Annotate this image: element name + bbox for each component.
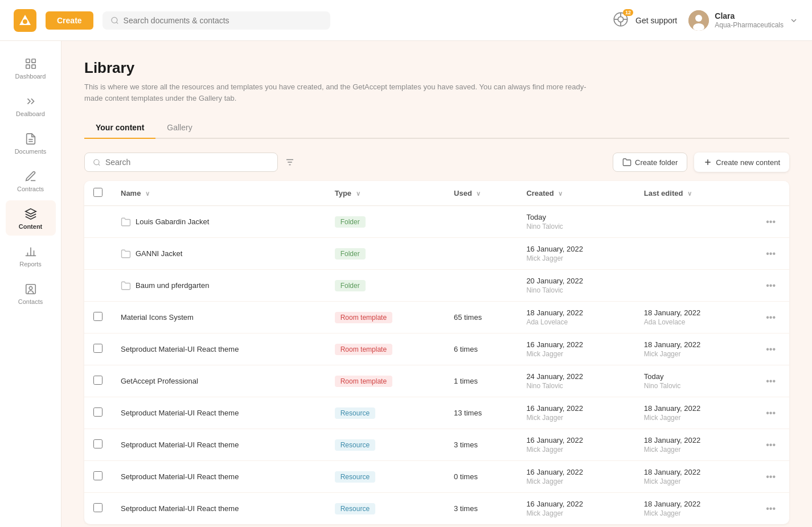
sort-icon-used: ∨ bbox=[476, 190, 481, 197]
create-content-button[interactable]: Create new content bbox=[694, 153, 789, 172]
row-type-cell: Folder bbox=[326, 206, 445, 238]
created-date: 24 January, 2022 bbox=[526, 372, 625, 381]
support-button[interactable]: 12 Get support bbox=[613, 11, 677, 30]
chevrons-icon bbox=[24, 93, 37, 108]
content-toolbar: Create folder Create new content bbox=[84, 153, 789, 172]
row-created-cell: 16 January, 2022Mick Jagger bbox=[517, 397, 634, 429]
row-checkbox-cell bbox=[84, 365, 112, 397]
row-name[interactable]: Material Icons System bbox=[121, 313, 194, 322]
content-tabs: Your content Gallery bbox=[84, 117, 789, 139]
row-checkbox[interactable] bbox=[93, 439, 102, 448]
row-name[interactable]: Setproduct Material-UI React theme bbox=[121, 409, 239, 417]
table-row: Louis Gabardin JacketFolderTodayNino Tal… bbox=[84, 206, 789, 238]
row-name-cell: Setproduct Material-UI React theme bbox=[112, 397, 326, 429]
edited-author: Nino Talovic bbox=[644, 382, 743, 390]
create-content-label: Create new content bbox=[716, 158, 780, 167]
select-all-checkbox[interactable] bbox=[93, 188, 102, 197]
create-button[interactable]: Create bbox=[46, 11, 93, 30]
global-search[interactable] bbox=[102, 11, 330, 30]
col-header-name[interactable]: Name ∨ bbox=[112, 181, 326, 206]
created-date: 16 January, 2022 bbox=[526, 404, 625, 413]
created-date: 16 January, 2022 bbox=[526, 500, 625, 508]
row-checkbox[interactable] bbox=[93, 471, 102, 480]
row-name[interactable]: Baum und pferdgarten bbox=[136, 281, 209, 290]
app-logo[interactable] bbox=[14, 9, 36, 32]
row-checkbox-cell bbox=[84, 461, 112, 493]
row-checkbox-cell bbox=[84, 334, 112, 365]
sort-icon-edited: ∨ bbox=[687, 190, 692, 197]
svg-rect-13 bbox=[31, 59, 35, 63]
svg-rect-23 bbox=[26, 285, 35, 294]
user-menu[interactable]: Clara Aqua-Pharmaceuticals bbox=[688, 10, 798, 31]
created-date: 18 January, 2022 bbox=[526, 308, 625, 317]
sidebar-item-reports[interactable]: Reports bbox=[6, 238, 56, 273]
row-more-button[interactable]: ••• bbox=[761, 470, 780, 484]
col-header-created[interactable]: Created ∨ bbox=[517, 181, 634, 206]
row-name[interactable]: Setproduct Material-UI React theme bbox=[121, 440, 239, 449]
row-more-button[interactable]: ••• bbox=[761, 501, 780, 516]
sidebar-item-dealboard[interactable]: Dealboard bbox=[6, 88, 56, 123]
support-label: Get support bbox=[635, 16, 677, 25]
global-search-input[interactable] bbox=[124, 16, 322, 25]
row-name-cell: Setproduct Material-UI React theme bbox=[112, 429, 326, 461]
sidebar-item-dashboard[interactable]: Dashboard bbox=[6, 50, 56, 85]
sidebar-item-content[interactable]: Content bbox=[6, 200, 56, 236]
row-created-cell: 16 January, 2022Mick Jagger bbox=[517, 334, 634, 365]
row-checkbox[interactable] bbox=[93, 376, 102, 385]
filter-icon[interactable] bbox=[285, 157, 295, 167]
type-badge: Room template bbox=[335, 312, 392, 323]
row-type-cell: Folder bbox=[326, 238, 445, 270]
col-header-used[interactable]: Used ∨ bbox=[445, 181, 517, 206]
row-checkbox[interactable] bbox=[93, 344, 102, 353]
row-name[interactable]: Setproduct Material-UI React theme bbox=[121, 345, 239, 353]
row-used-cell: 1 times bbox=[445, 365, 517, 397]
user-name-block: Clara Aqua-Pharmaceuticals bbox=[715, 11, 784, 30]
type-badge: Resource bbox=[335, 407, 375, 419]
sidebar-item-documents[interactable]: Documents bbox=[6, 125, 56, 160]
sidebar-item-contacts[interactable]: Contacts bbox=[6, 275, 56, 311]
row-more-button[interactable]: ••• bbox=[761, 310, 780, 325]
row-type-cell: Resource bbox=[326, 493, 445, 525]
sort-icon-type: ∨ bbox=[356, 190, 360, 197]
row-name[interactable]: Setproduct Material-UI React theme bbox=[121, 504, 239, 513]
folder-row-icon bbox=[121, 281, 131, 291]
row-more-button[interactable]: ••• bbox=[761, 246, 780, 261]
row-checkbox[interactable] bbox=[93, 407, 102, 417]
edited-author: Mick Jagger bbox=[644, 414, 743, 422]
edited-date: Today bbox=[644, 372, 743, 381]
row-more-button[interactable]: ••• bbox=[761, 215, 780, 229]
row-checkbox[interactable] bbox=[93, 312, 102, 321]
tab-your-content[interactable]: Your content bbox=[84, 117, 155, 139]
created-author: Ada Lovelace bbox=[526, 318, 625, 326]
content-search[interactable] bbox=[84, 153, 278, 172]
row-name[interactable]: Louis Gabardin Jacket bbox=[136, 217, 209, 226]
folder-row-icon bbox=[121, 249, 131, 259]
row-used-cell: 3 times bbox=[445, 429, 517, 461]
svg-rect-15 bbox=[31, 65, 35, 68]
row-actions-cell: ••• bbox=[752, 302, 789, 334]
row-actions-cell: ••• bbox=[752, 365, 789, 397]
created-date: 20 January, 2022 bbox=[526, 277, 625, 285]
col-header-edited[interactable]: Last edited ∨ bbox=[635, 181, 752, 206]
row-more-button[interactable]: ••• bbox=[761, 406, 780, 421]
sort-icon-name: ∨ bbox=[145, 190, 150, 197]
row-more-button[interactable]: ••• bbox=[761, 438, 780, 452]
row-name[interactable]: Setproduct Material-UI React theme bbox=[121, 472, 239, 481]
row-more-button[interactable]: ••• bbox=[761, 374, 780, 389]
tab-gallery[interactable]: Gallery bbox=[155, 117, 203, 139]
row-type-cell: Room template bbox=[326, 334, 445, 365]
edited-author: Mick Jagger bbox=[644, 509, 743, 517]
row-checkbox[interactable] bbox=[93, 503, 102, 512]
row-name[interactable]: GetAccept Professional bbox=[121, 377, 198, 385]
row-actions-cell: ••• bbox=[752, 270, 789, 302]
sidebar-item-contracts[interactable]: Contracts bbox=[6, 163, 56, 198]
edited-author: Mick Jagger bbox=[644, 350, 743, 358]
content-search-input[interactable] bbox=[105, 158, 269, 167]
row-name[interactable]: GANNI Jacket bbox=[136, 249, 182, 258]
row-more-button[interactable]: ••• bbox=[761, 278, 780, 293]
created-date: 16 January, 2022 bbox=[526, 245, 625, 253]
user-company: Aqua-Pharmaceuticals bbox=[715, 21, 784, 30]
row-more-button[interactable]: ••• bbox=[761, 342, 780, 357]
create-folder-button[interactable]: Create folder bbox=[613, 153, 687, 172]
col-header-type[interactable]: Type ∨ bbox=[326, 181, 445, 206]
